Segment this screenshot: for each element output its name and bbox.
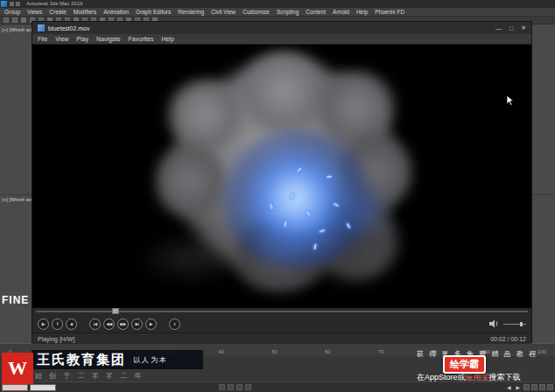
speaker-icon[interactable] xyxy=(489,319,500,328)
max-menu-modifiers[interactable]: Modifiers xyxy=(74,9,96,15)
step-button[interactable]: ▶ xyxy=(145,318,157,330)
playback-status: Playing [H/W] xyxy=(38,336,74,342)
quick-access-icon[interactable] xyxy=(16,2,20,6)
player-window: bluetest02.mov — □ ✕ File View Play Navi… xyxy=(32,21,532,343)
max-window-title: Autodesk 3ds Max 2019 xyxy=(26,1,82,6)
volume-slider[interactable] xyxy=(503,324,526,325)
player-menubar: File View Play Navigate Favorites Help xyxy=(32,34,531,45)
status-button[interactable] xyxy=(245,384,251,390)
explosion-render xyxy=(160,55,411,290)
minimize-button[interactable]: — xyxy=(495,25,502,32)
player-menu-view[interactable]: View xyxy=(55,36,68,42)
max-menu-help[interactable]: Help xyxy=(356,9,368,15)
player-controls: ▶ ‖ ■ |◀ ◀◀ ▶▶ ▶| ▶ ≡ xyxy=(32,315,531,332)
options-button[interactable]: ≡ xyxy=(169,318,180,330)
timeline-tick: 40 xyxy=(219,349,225,354)
max-menu-views[interactable]: Views xyxy=(27,9,42,15)
maximize-button[interactable]: □ xyxy=(509,25,513,32)
mouse-cursor xyxy=(506,94,515,107)
player-menu-help[interactable]: Help xyxy=(161,36,173,42)
viewport-nav-icon[interactable] xyxy=(531,384,537,390)
seek-bar[interactable] xyxy=(32,308,531,315)
max-menu-rendering[interactable]: Rendering xyxy=(178,9,204,15)
player-menu-navigate[interactable]: Navigate xyxy=(96,36,121,42)
status-button[interactable] xyxy=(228,384,234,390)
screen: Autodesk 3ds Max 2019 Group Views Create… xyxy=(0,0,555,392)
status-button[interactable] xyxy=(219,384,225,390)
promo-prefix: 在AppStore或 xyxy=(417,373,466,382)
smoke-wisp xyxy=(134,234,248,283)
play-button[interactable]: ▶ xyxy=(38,318,49,330)
brand-name: 王氏教育集团 xyxy=(37,352,126,368)
max-menu-arnold[interactable]: Arnold xyxy=(333,9,349,15)
skip-forward-button[interactable]: ▶| xyxy=(131,318,143,330)
player-titlebar[interactable]: bluetest02.mov — □ ✕ xyxy=(32,22,531,34)
max-menu-phoenix-fd[interactable]: Phoenix FD xyxy=(375,9,404,15)
founded-text: 始 创 于 二 零 零 二 年 xyxy=(35,371,144,381)
huixueba-badge: 绘学霸 xyxy=(443,355,486,374)
player-menu-file[interactable]: File xyxy=(38,36,47,42)
animation-playback-controls[interactable]: ◀ ▶ xyxy=(507,384,522,390)
timeline-tick: 50 xyxy=(271,349,278,354)
seek-thumb[interactable] xyxy=(112,308,119,314)
toolbar-icon[interactable] xyxy=(12,18,18,23)
maxscript-mini-listener[interactable] xyxy=(2,384,28,391)
player-menu-play[interactable]: Play xyxy=(76,36,88,42)
timeline-tick: 70 xyxy=(378,349,384,354)
max-menu-group[interactable]: Group xyxy=(4,9,20,15)
max-menu-content[interactable]: Content xyxy=(306,9,326,15)
max-menu-scripting[interactable]: Scripting xyxy=(277,9,299,15)
max-menu-civil-view[interactable]: Civil View xyxy=(211,9,235,15)
quick-access-icon[interactable] xyxy=(10,2,14,6)
pause-button[interactable]: ‖ xyxy=(52,318,63,330)
rewind-button[interactable]: ◀◀ xyxy=(103,318,115,330)
volume-area xyxy=(489,319,526,328)
video-canvas[interactable] xyxy=(32,45,531,308)
max-menubar: Group Views Create Modifiers Animation G… xyxy=(0,8,555,17)
maxscript-mini-listener[interactable] xyxy=(30,384,56,391)
viewport-nav-icon[interactable] xyxy=(523,384,530,390)
fast-forward-button[interactable]: ▶▶ xyxy=(117,318,129,330)
fine-watermark: FINE xyxy=(2,294,29,306)
timeline-tick: 100 xyxy=(537,349,546,354)
stop-button[interactable]: ■ xyxy=(66,318,77,330)
time-display: 00:02 / 00:12 xyxy=(490,336,526,342)
volume-thumb[interactable] xyxy=(520,322,523,326)
close-button[interactable]: ✕ xyxy=(521,24,526,32)
promo-suffix: 搜索下载 xyxy=(489,373,521,382)
player-title: bluetest02.mov xyxy=(48,25,488,32)
viewport-nav-icon[interactable] xyxy=(539,384,545,390)
smoke-puff xyxy=(155,139,225,222)
promo-highlight: 应用宝 xyxy=(466,373,489,382)
brand-band: 王氏教育集团 以人为本 xyxy=(32,350,203,369)
brand-slogan: 以人为本 xyxy=(133,355,168,365)
timeline-tick: 60 xyxy=(325,349,331,354)
player-menu-favorites[interactable]: Favorites xyxy=(129,36,154,42)
max-menu-graph-editors[interactable]: Graph Editors xyxy=(136,9,171,15)
max-menu-customize[interactable]: Customize xyxy=(242,9,270,15)
max-menu-create[interactable]: Create xyxy=(49,9,67,15)
toolbar-icon[interactable] xyxy=(21,18,26,23)
blue-glow-edge xyxy=(335,186,397,239)
player-statusbar: Playing [H/W] 00:02 / 00:12 xyxy=(32,332,531,344)
toolbar-icon[interactable] xyxy=(4,18,9,23)
max-menu-animation[interactable]: Animation xyxy=(103,9,129,15)
seek-groove xyxy=(36,311,528,312)
3ds-max-logo-icon[interactable] xyxy=(1,1,7,7)
player-app-icon xyxy=(38,24,45,32)
viewport-nav-icon[interactable] xyxy=(547,384,553,390)
blue-glow-core xyxy=(253,160,336,234)
max-titlebar: Autodesk 3ds Max 2019 xyxy=(0,0,555,8)
brand-logo: W xyxy=(2,353,33,384)
skip-back-button[interactable]: |◀ xyxy=(89,318,101,330)
status-button[interactable] xyxy=(236,384,242,390)
